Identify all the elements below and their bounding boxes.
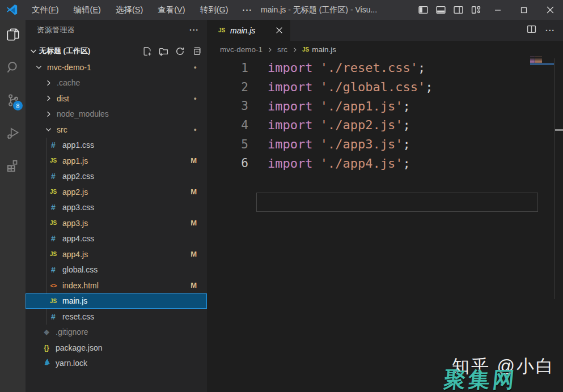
chevron-down-icon	[29, 46, 38, 56]
chevron-down-icon	[35, 63, 43, 71]
watermark-site: 聚集网	[442, 365, 518, 392]
tree-item-yarn-lock[interactable]: yarn.lock	[26, 356, 207, 372]
workspace-section-label: 无标题 (工作区)	[39, 46, 90, 56]
menu-goto[interactable]: 转到(G)	[193, 0, 236, 20]
tab-bar: JS main.js ···	[207, 20, 563, 41]
line-number: 1	[207, 61, 248, 75]
minimap[interactable]	[530, 57, 545, 63]
customize-layout-icon[interactable]	[467, 0, 485, 20]
scrollbar-track[interactable]	[554, 58, 554, 299]
tree-item-label: yarn.lock	[56, 359, 87, 368]
tab-main-js[interactable]: JS main.js	[207, 20, 290, 41]
breadcrumb-file[interactable]: JSmain.js	[302, 45, 336, 54]
tree-item-app1-css[interactable]: #app1.css	[26, 138, 207, 154]
new-file-icon[interactable]	[142, 46, 152, 56]
code-line-1: 1import './reset.css';	[207, 58, 563, 78]
tree-item-app1-js[interactable]: JSapp1.jsM	[26, 153, 207, 169]
explorer-more-actions-icon[interactable]: ···	[189, 25, 199, 35]
css-file-icon: #	[48, 312, 58, 321]
tree-item-label: reset.css	[62, 312, 94, 321]
css-file-icon: #	[48, 203, 58, 212]
titlebar: 文件(F) 编辑(E) 选择(S) 查看(V) 转到(G) ··· main.j…	[0, 0, 563, 20]
code-editor[interactable]: 1import './reset.css';2import './global.…	[207, 58, 563, 392]
split-editor-icon[interactable]	[527, 24, 536, 36]
menu-view[interactable]: 查看(V)	[150, 0, 192, 20]
menu-edit[interactable]: 编辑(E)	[66, 0, 108, 20]
tree-item-label: app2.js	[62, 188, 88, 197]
tree-item-reset-css[interactable]: #reset.css	[26, 309, 207, 325]
file-tree: mvc-demo-1●.cachedist●node_modulessrc●#a…	[26, 59, 207, 371]
minimap-slider[interactable]	[530, 63, 554, 65]
run-debug-icon[interactable]	[0, 118, 26, 148]
new-folder-icon[interactable]	[159, 46, 168, 56]
menu-selection-label: 选择(S)	[116, 5, 143, 15]
menu-file-label: 文件(F)	[32, 5, 59, 15]
yarn-file-icon	[41, 359, 52, 368]
tree-item-mvc-demo-1[interactable]: mvc-demo-1●	[26, 59, 207, 75]
js-file-icon: JS	[217, 27, 227, 33]
tree-item-app3-css[interactable]: #app3.css	[26, 200, 207, 216]
menu-selection[interactable]: 选择(S)	[108, 0, 150, 20]
collapse-all-icon[interactable]	[192, 46, 201, 56]
toggle-panel-icon[interactable]	[432, 0, 450, 20]
line-number: 6	[207, 156, 248, 170]
tree-item-label: main.js	[62, 296, 87, 305]
js-file-icon: JS	[48, 157, 58, 164]
tab-close-icon[interactable]	[273, 25, 285, 36]
tree-item-app4-css[interactable]: #app4.css	[26, 231, 207, 247]
refresh-icon[interactable]	[175, 46, 185, 56]
css-file-icon: #	[48, 172, 58, 181]
workspace-section-header[interactable]: 无标题 (工作区)	[26, 43, 207, 59]
menu-view-label: 查看(V)	[158, 5, 185, 15]
explorer-icon[interactable]	[0, 20, 26, 49]
tree-item-package-json[interactable]: {}package.json	[26, 340, 207, 356]
source-control-icon[interactable]: 8	[0, 86, 26, 115]
menu-more-icon[interactable]: ···	[236, 0, 260, 20]
git-modified-badge: M	[191, 188, 197, 196]
tree-item-label: src	[57, 125, 67, 134]
tree-item-label: .gitignore	[56, 327, 88, 336]
tree-item-label: index.html	[62, 281, 99, 290]
tree-item-dist[interactable]: dist●	[26, 91, 207, 106]
code-line-2: 2import './global.css';	[207, 78, 563, 97]
tree-item-label: app2.css	[62, 172, 94, 181]
chevron-right-icon	[291, 46, 298, 53]
chevron-right-icon	[44, 110, 53, 118]
extensions-icon[interactable]	[0, 151, 26, 181]
git-modified-dot: ●	[194, 96, 197, 101]
breadcrumb-folder[interactable]: mvc-demo-1	[220, 45, 263, 54]
activity-bar: 8	[0, 20, 26, 392]
tree-item-label: node_modules	[57, 109, 109, 118]
explorer-title: 资源管理器	[37, 25, 75, 35]
tree-item-global-css[interactable]: #global.css	[26, 262, 207, 278]
tree-item-main-js[interactable]: JSmain.js	[26, 293, 207, 309]
git-modified-badge: M	[191, 156, 197, 165]
search-icon[interactable]	[0, 53, 26, 82]
menu-file[interactable]: 文件(F)	[24, 0, 66, 20]
code-line-5: 5import './app3.js';	[207, 135, 563, 154]
toggle-sidebar-icon[interactable]	[414, 0, 432, 20]
editor-more-actions-icon[interactable]: ···	[545, 26, 555, 35]
tree-item-app3-js[interactable]: JSapp3.jsM	[26, 215, 207, 231]
tree-item-node-modules[interactable]: node_modules	[26, 106, 207, 122]
tree-item--cache[interactable]: .cache	[26, 75, 207, 91]
css-file-icon: #	[48, 140, 58, 150]
js-file-icon: JS	[302, 46, 309, 53]
tree-item-index-html[interactable]: <>index.htmlM	[26, 278, 207, 293]
chevron-down-icon	[44, 125, 53, 134]
git-modified-dot: ●	[194, 127, 197, 133]
tree-item-src[interactable]: src●	[26, 122, 207, 138]
tree-item-app2-js[interactable]: JSapp2.jsM	[26, 184, 207, 200]
tree-item-label: app3.css	[62, 203, 94, 212]
maximize-button[interactable]	[511, 0, 537, 20]
explorer-sidebar: 资源管理器 ··· 无标题 (工作区) mvc-demo-1●.cachedis…	[26, 20, 207, 392]
toggle-secondary-sidebar-icon[interactable]	[450, 0, 467, 20]
tree-item-label: app4.js	[62, 250, 88, 259]
minimize-button[interactable]	[485, 0, 511, 20]
tree-item--gitignore[interactable]: ◆.gitignore	[26, 325, 207, 340]
close-window-button[interactable]	[537, 0, 563, 20]
git-modified-badge: M	[191, 219, 197, 227]
tree-item-app4-js[interactable]: JSapp4.jsM	[26, 246, 207, 262]
breadcrumb-src[interactable]: src	[277, 45, 287, 54]
tree-item-app2-css[interactable]: #app2.css	[26, 169, 207, 185]
